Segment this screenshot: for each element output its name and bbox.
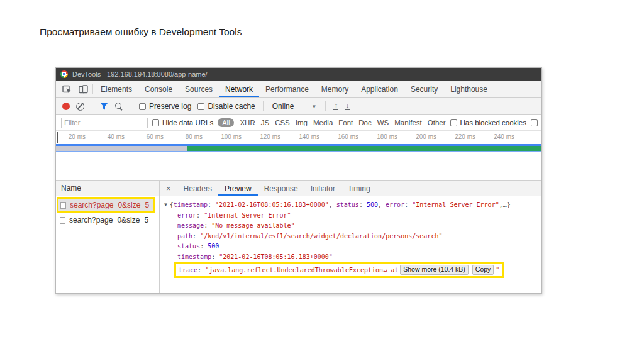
waterfall-gridline — [128, 152, 128, 181]
ruler-gridline — [245, 131, 245, 144]
filter-icon[interactable] — [100, 103, 108, 110]
json-line-4: path: "/knd/v1/internal/esf1/search/widg… — [164, 231, 538, 242]
device-toolbar-icon[interactable] — [75, 81, 91, 97]
json-text: trace — [179, 267, 197, 274]
devtools-title-text: DevTools - 192.168.194.18:8080/app-name/ — [72, 70, 208, 78]
blocked-requests-label: Blocked Requests — [541, 119, 541, 126]
throttling-select[interactable]: Online ▼ — [271, 102, 318, 111]
ruler-gridline — [167, 131, 167, 144]
detail-tab-preview[interactable]: Preview — [218, 181, 258, 196]
json-line-7: trace: "java.lang.reflect.UndeclaredThro… — [164, 262, 538, 278]
overview-bar-green — [187, 146, 541, 152]
timeline-overview-band[interactable] — [56, 144, 541, 152]
has-blocked-cookies-checkbox[interactable]: Has blocked cookies — [450, 119, 526, 126]
ruler-tick-label: 80 ms — [186, 133, 206, 140]
detail-tab-initiator[interactable]: Initiator — [304, 181, 341, 196]
json-text: : — [359, 201, 367, 208]
json-text: "2021-02-16T08:05:16.183+0000" — [215, 201, 329, 208]
filter-chip-all[interactable]: All — [218, 118, 234, 127]
clear-icon[interactable] — [76, 103, 84, 111]
checkbox-icon — [197, 103, 204, 110]
request-name: search?page=0&size=5 — [70, 201, 149, 209]
record-icon[interactable] — [62, 103, 70, 110]
tab-console[interactable]: Console — [138, 81, 179, 97]
json-text: : — [208, 201, 215, 208]
filter-chip-img[interactable]: Img — [296, 119, 308, 126]
json-text: : — [200, 243, 208, 250]
filter-chip-css[interactable]: CSS — [275, 119, 290, 126]
tab-performance[interactable]: Performance — [259, 81, 315, 97]
ruler-gridline — [401, 131, 401, 144]
hide-data-urls-checkbox[interactable]: Hide data URLs — [152, 119, 213, 126]
request-rows: search?page=0&size=5search?page=0&size=5 — [56, 196, 159, 227]
filter-chip-doc[interactable]: Doc — [358, 119, 371, 126]
tab-sources[interactable]: Sources — [179, 81, 219, 97]
waterfall-gridline — [440, 152, 440, 181]
divider — [325, 101, 326, 111]
export-har-icon[interactable]: ↓ — [345, 103, 350, 110]
json-text: timestamp — [174, 201, 208, 208]
checkbox-icon — [152, 119, 159, 126]
request-doc-icon — [60, 217, 65, 224]
divider — [131, 101, 131, 111]
show-more-button[interactable]: Show more (10.4 kB) — [400, 265, 469, 275]
tab-memory[interactable]: Memory — [315, 81, 355, 97]
disable-cache-checkbox[interactable]: Disable cache — [197, 102, 255, 111]
request-type-chips: AllXHRJSCSSImgMediaFontDocWSManifestOthe… — [218, 118, 445, 127]
ruler-tick-label: 100 ms — [221, 133, 245, 140]
copy-button[interactable]: Copy — [472, 265, 494, 275]
json-text: : — [197, 267, 205, 274]
checkbox-icon — [450, 119, 457, 126]
inspect-element-icon[interactable] — [58, 81, 75, 97]
name-column-header[interactable]: Name — [56, 181, 159, 196]
tab-network[interactable]: Network — [219, 81, 259, 97]
devtools-main-tabbar: ElementsConsoleSourcesNetworkPerformance… — [56, 81, 541, 98]
ruler-tick-label: 140 ms — [299, 133, 323, 140]
request-row-1[interactable]: search?page=0&size=5 — [57, 197, 155, 213]
ruler-gridline — [284, 131, 284, 144]
blocked-requests-checkbox[interactable]: Blocked Requests — [531, 119, 541, 126]
filter-chip-ws[interactable]: WS — [377, 119, 389, 126]
preserve-log-checkbox[interactable]: Preserve log — [139, 102, 191, 111]
expand-triangle-icon[interactable]: ▼ — [164, 200, 167, 211]
tab-elements[interactable]: Elements — [94, 81, 138, 97]
search-icon[interactable] — [114, 102, 123, 111]
json-text: error — [386, 201, 404, 208]
detail-tabbar: × HeadersPreviewResponseInitiatorTiming — [160, 181, 541, 196]
waterfall-gridline — [518, 152, 518, 181]
ruler-tick-label: 120 ms — [260, 133, 284, 140]
overview-bar-gray — [56, 146, 187, 152]
json-line-6: timestamp: "2021-02-16T08:05:16.183+0000… — [164, 252, 538, 263]
detail-tab-headers[interactable]: Headers — [177, 181, 218, 196]
filter-input[interactable] — [61, 118, 148, 128]
ruler-gridline — [479, 131, 479, 144]
tab-security[interactable]: Security — [404, 81, 444, 97]
checkbox-icon — [531, 119, 538, 126]
close-icon[interactable]: × — [160, 181, 177, 196]
devtools-window: DevTools - 192.168.194.18:8080/app-name/… — [55, 67, 542, 294]
ruler-gridline — [89, 131, 89, 144]
waterfall-gridline — [284, 152, 284, 181]
network-filter-bar: Hide data URLs AllXHRJSCSSImgMediaFontDo… — [56, 115, 541, 131]
json-text: at — [387, 267, 398, 274]
filter-chip-js[interactable]: JS — [261, 119, 269, 126]
filter-chip-font[interactable]: Font — [338, 119, 353, 126]
slide-canvas: Просматриваем ошибку в Development Tools… — [0, 0, 644, 361]
import-har-icon[interactable]: ↑ — [333, 103, 338, 110]
json-text: "Internal Server Error" — [204, 212, 291, 219]
ruler-gridline — [518, 131, 518, 144]
json-text: path — [177, 233, 192, 240]
detail-tab-response[interactable]: Response — [258, 181, 304, 196]
ruler-tick-label: 160 ms — [338, 133, 362, 140]
ruler-gridline — [128, 131, 128, 144]
filter-chip-other[interactable]: Other — [428, 119, 446, 126]
tab-application[interactable]: Application — [355, 81, 404, 97]
request-row-2[interactable]: search?page=0&size=5 — [56, 213, 159, 227]
json-text: : — [404, 201, 412, 208]
filter-chip-xhr[interactable]: XHR — [240, 119, 255, 126]
detail-tab-timing[interactable]: Timing — [341, 181, 377, 196]
json-text: "2021-02-16T08:05:16.183+0000" — [219, 253, 333, 260]
filter-chip-manifest[interactable]: Manifest — [394, 119, 421, 126]
filter-chip-media[interactable]: Media — [313, 119, 333, 126]
tab-lighthouse[interactable]: Lighthouse — [444, 81, 494, 97]
